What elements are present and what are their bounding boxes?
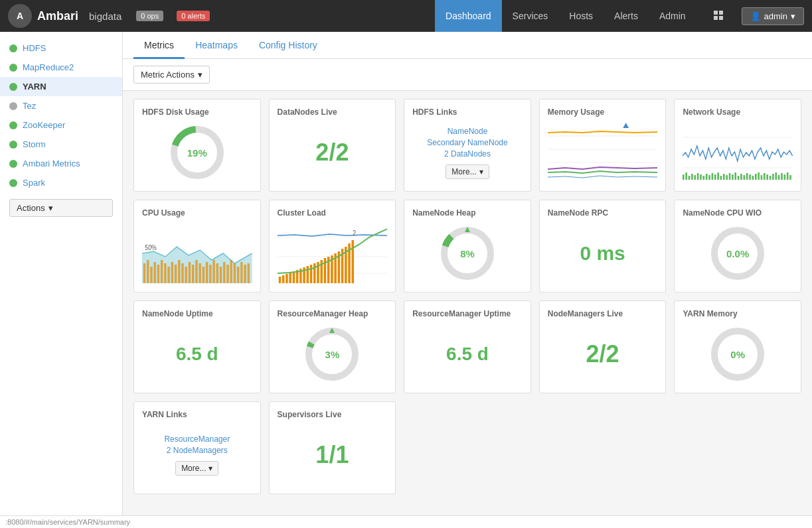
svg-rect-78	[234, 263, 236, 283]
tab-dashboard[interactable]: Dashboard	[435, 0, 502, 32]
card-cluster-load: Cluster Load	[269, 200, 396, 293]
status-dot-ambari-metrics	[9, 160, 17, 168]
sidebar-item-yarn[interactable]: YARN	[0, 77, 122, 96]
tab-config-history[interactable]: Config History	[248, 32, 328, 59]
svg-rect-35	[746, 173, 748, 180]
svg-rect-14	[686, 172, 688, 180]
metric-actions-button[interactable]: Metric Actions ▾	[133, 66, 210, 84]
svg-rect-32	[738, 176, 740, 180]
sidebar-item-spark[interactable]: Spark	[0, 173, 122, 192]
donut-value-yarn-memory: 0%	[730, 349, 745, 360]
memory-svg	[548, 123, 658, 182]
svg-rect-77	[230, 260, 232, 283]
sidebar-item-hdfs[interactable]: HDFS	[0, 38, 122, 58]
more-button-hdfs[interactable]: More... ▾	[446, 165, 489, 179]
svg-rect-56	[157, 265, 159, 283]
svg-rect-97	[313, 263, 315, 283]
sidebar-label-zookeeper: ZooKeeper	[23, 120, 65, 130]
svg-rect-65	[189, 262, 191, 283]
svg-rect-16	[691, 174, 693, 180]
link-secondary-namenode[interactable]: Secondary NameNode	[427, 138, 507, 147]
metrics-toolbar: Metric Actions ▾	[123, 59, 812, 91]
link-resource-manager[interactable]: ResourceManager	[164, 434, 230, 444]
chevron-down-icon: ▾	[791, 11, 795, 21]
card-title-cluster-load: Cluster Load	[278, 208, 388, 218]
card-body-hdfs-disk: 19%	[142, 122, 252, 183]
yarn-links-list: ResourceManager 2 NodeManagers More... ▾	[164, 434, 230, 476]
svg-rect-75	[223, 262, 225, 283]
more-button-yarn[interactable]: More... ▾	[175, 461, 218, 476]
svg-rect-79	[237, 267, 239, 283]
sidebar-item-storm[interactable]: Storm	[0, 135, 122, 154]
svg-rect-57	[161, 260, 163, 283]
svg-rect-82	[248, 263, 250, 283]
svg-rect-3	[719, 16, 723, 20]
svg-rect-36	[750, 174, 752, 180]
sidebar-item-mapreduce2[interactable]: MapReduce2	[0, 58, 122, 77]
brand-name: Ambari	[37, 9, 78, 23]
link-namenode[interactable]: NameNode	[447, 127, 488, 136]
svg-rect-41	[764, 173, 766, 180]
svg-rect-68	[199, 263, 201, 283]
card-cpu-usage: CPU Usage	[133, 200, 261, 293]
metric-actions-label: Metric Actions	[141, 70, 195, 80]
link-datanodes[interactable]: 2 DataNodes	[444, 149, 491, 159]
card-body-cluster-load: 2	[278, 223, 388, 284]
actions-button[interactable]: Actions ▾	[9, 199, 113, 217]
svg-rect-45	[775, 172, 777, 180]
user-icon: 👤	[750, 11, 761, 21]
svg-rect-50	[790, 175, 792, 180]
card-body-datanodes: 2/2	[278, 122, 388, 183]
card-namenode-cpu: NameNode CPU WIO 0.0%	[674, 200, 801, 293]
tab-hosts[interactable]: Hosts	[558, 0, 604, 32]
svg-rect-108	[351, 240, 353, 283]
grid-icon[interactable]	[707, 0, 731, 32]
card-nodemanagers-live: NodeManagers Live 2/2	[539, 300, 667, 393]
svg-rect-80	[240, 262, 242, 283]
tab-metrics[interactable]: Metrics	[133, 32, 185, 59]
tab-heatmaps[interactable]: Heatmaps	[185, 32, 248, 59]
svg-rect-47	[781, 173, 783, 180]
tab-alerts[interactable]: Alerts	[604, 0, 649, 32]
tab-services[interactable]: Services	[502, 0, 559, 32]
svg-rect-74	[220, 267, 222, 283]
card-hdfs-disk-usage: HDFS Disk Usage 19%	[133, 99, 261, 192]
card-network-usage: Network Usage	[674, 99, 801, 192]
network-svg	[683, 123, 793, 182]
card-yarn-links: YARN Links ResourceManager 2 NodeManager…	[133, 401, 261, 494]
svg-rect-95	[306, 266, 308, 283]
svg-rect-23	[712, 173, 714, 180]
card-title-cpu: CPU Usage	[142, 208, 252, 218]
status-dot-zookeeper	[9, 121, 17, 129]
card-body-namenode-rpc: 0 ms	[548, 223, 658, 284]
svg-rect-28	[726, 175, 728, 180]
sidebar-item-tez[interactable]: Tez	[0, 96, 122, 115]
link-nodemanagers[interactable]: 2 NodeManagers	[167, 446, 228, 455]
svg-marker-9	[623, 123, 629, 128]
tab-admin[interactable]: Admin	[649, 0, 696, 32]
admin-button[interactable]: 👤 admin ▾	[742, 7, 804, 25]
card-supervisors-live: Supervisors Live 1/1	[269, 401, 396, 494]
svg-rect-31	[735, 172, 737, 180]
svg-rect-87	[278, 277, 280, 283]
svg-rect-38	[755, 174, 757, 180]
svg-rect-59	[167, 267, 169, 283]
value-namenode-uptime: 6.5 d	[176, 344, 218, 365]
sidebar-item-ambari-metrics[interactable]: Ambari Metrics	[0, 154, 122, 173]
svg-rect-91	[292, 271, 294, 283]
card-body-cpu: 50%	[142, 223, 252, 284]
sidebar-item-zookeeper[interactable]: ZooKeeper	[0, 115, 122, 135]
svg-rect-26	[720, 176, 722, 180]
svg-rect-71	[209, 265, 211, 283]
value-nodemanagers: 2/2	[586, 340, 619, 368]
card-body-rm-uptime: 6.5 d	[412, 324, 523, 385]
svg-rect-67	[195, 260, 197, 283]
donut-yarn-memory: 0%	[708, 324, 768, 384]
svg-rect-73	[216, 263, 218, 283]
card-hdfs-links: HDFS Links NameNode Secondary NameNode 2…	[404, 99, 531, 192]
donut-namenode-heap: 8%	[438, 224, 497, 283]
content-tabs: Metrics Heatmaps Config History	[123, 32, 812, 59]
caret-down-icon: ▾	[198, 70, 203, 80]
svg-rect-96	[309, 265, 311, 283]
card-title-namenode-uptime: NameNode Uptime	[142, 309, 252, 318]
